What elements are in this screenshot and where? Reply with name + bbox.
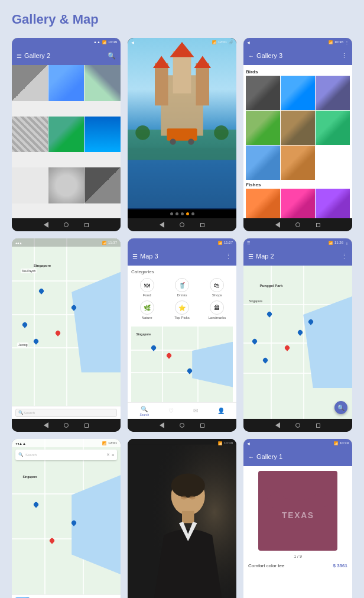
castle-image bbox=[128, 38, 236, 209]
search-fab[interactable]: 🔍 bbox=[334, 401, 347, 414]
bird-3[interactable] bbox=[316, 76, 350, 110]
phone-person: 📶 10:39 bbox=[128, 439, 236, 598]
back-button[interactable] bbox=[42, 221, 50, 229]
search-icon-map4: 🔍 bbox=[18, 452, 24, 457]
page-title: Gallery & Map bbox=[12, 12, 352, 27]
map1-search-bar[interactable]: 🔍 Search bbox=[12, 406, 121, 419]
nav-heart[interactable]: ♡ bbox=[168, 408, 174, 414]
cat-drinks[interactable]: 🥤 Drinks bbox=[166, 278, 197, 297]
home-button[interactable] bbox=[62, 221, 70, 229]
recents-button-2[interactable] bbox=[198, 221, 206, 229]
fish-1[interactable] bbox=[246, 189, 280, 218]
list-icon-map4[interactable]: ≡ bbox=[112, 453, 114, 457]
screen-person: 📶 10:39 bbox=[128, 439, 236, 598]
recents-button-4[interactable] bbox=[82, 421, 90, 429]
back-button-3[interactable] bbox=[274, 221, 282, 229]
page-container: Gallery & Map ▲▲ 📶 10:39 ☰ Gallery 2 🔍 bbox=[12, 12, 352, 598]
phone-gallery1: ◀ 📶 10:39 ← Gallery 1 TEXAS bbox=[243, 439, 352, 598]
pin-2 bbox=[54, 329, 61, 336]
thumb-7[interactable] bbox=[12, 167, 48, 203]
recents-button-5[interactable] bbox=[198, 421, 206, 429]
menu-icon[interactable]: ☰ bbox=[17, 53, 22, 59]
back-button-6[interactable] bbox=[274, 421, 282, 429]
thumb-6[interactable] bbox=[84, 117, 121, 153]
back-button-4[interactable] bbox=[42, 421, 50, 429]
nav-search-icon: 🔍 bbox=[141, 406, 148, 412]
fish-2[interactable] bbox=[281, 189, 315, 218]
shirt-image: TEXAS bbox=[258, 471, 337, 550]
castle-svg bbox=[128, 38, 236, 209]
phone-map4: ◂◂▲▲ 📶 12:01 🔍 Search ✕ ≡ bbox=[12, 439, 121, 598]
cat-shops[interactable]: 🛍 Shops bbox=[202, 278, 233, 297]
bird-7[interactable] bbox=[246, 146, 280, 180]
recents-button-3[interactable] bbox=[314, 221, 322, 229]
menu-icon-3[interactable]: ☰ bbox=[132, 253, 138, 260]
thumb-4[interactable] bbox=[12, 117, 48, 153]
bird-6[interactable] bbox=[316, 111, 350, 145]
bird-4[interactable] bbox=[246, 111, 280, 145]
recents-button[interactable] bbox=[82, 221, 90, 229]
back-icon-g1[interactable]: ← bbox=[248, 454, 254, 460]
status-bar-2: ◀ 📶 12:01 🔗 bbox=[128, 38, 236, 46]
dot-5 bbox=[191, 212, 194, 215]
nav-mail-icon: ✉ bbox=[193, 408, 198, 414]
screen-image-full: ◀ 📶 12:01 🔗 bbox=[128, 38, 236, 218]
cat-top-picks[interactable]: ⭐ Top Picks bbox=[166, 300, 197, 319]
bird-1[interactable] bbox=[246, 76, 280, 110]
cat-landmarks[interactable]: 🏛 Landmarks bbox=[202, 300, 233, 319]
nav-profile[interactable]: 👤 bbox=[217, 408, 225, 414]
nav-bar bbox=[12, 218, 121, 231]
phone-gallery3: ◀ 📶 10:36 ⋮ ← Gallery 3 ⋮ Birds bbox=[243, 38, 352, 231]
svg-point-10 bbox=[170, 139, 176, 145]
home-button-2[interactable] bbox=[178, 221, 186, 229]
thumb-1[interactable] bbox=[12, 65, 48, 101]
bird-5[interactable] bbox=[281, 111, 315, 145]
home-button-6[interactable] bbox=[294, 421, 302, 429]
thumb-3[interactable] bbox=[84, 65, 121, 101]
dot-4 bbox=[186, 212, 189, 215]
thumb-9[interactable] bbox=[84, 167, 121, 203]
home-button-4[interactable] bbox=[62, 421, 70, 429]
close-icon-map4[interactable]: ✕ bbox=[106, 452, 110, 457]
status-bar: ▲▲ 📶 10:39 bbox=[12, 38, 121, 46]
nav-mail[interactable]: ✉ bbox=[193, 408, 198, 414]
recents-button-6[interactable] bbox=[314, 421, 322, 429]
nav-bar-3 bbox=[243, 218, 352, 231]
product-price[interactable]: $ 3561 bbox=[333, 563, 347, 568]
back-arrow-icon[interactable]: ← bbox=[248, 53, 254, 59]
screen-map4: ◂◂▲▲ 📶 12:01 🔍 Search ✕ ≡ bbox=[12, 439, 121, 598]
home-button-3[interactable] bbox=[294, 221, 302, 229]
more-icon-2[interactable]: ⋮ bbox=[341, 253, 347, 260]
more-icon-3[interactable]: ⋮ bbox=[225, 253, 232, 260]
thumb-5[interactable] bbox=[48, 117, 84, 153]
back-button-5[interactable] bbox=[158, 421, 166, 429]
dot-1 bbox=[170, 212, 173, 215]
search-icon[interactable]: 🔍 bbox=[108, 52, 116, 60]
map3-mini-map: Singapore bbox=[131, 327, 233, 402]
bird-2[interactable] bbox=[281, 76, 315, 110]
screen-map2: ☰ 📶 11:26 ⋮ ☰ Map 2 ⋮ bbox=[243, 238, 352, 419]
more-icon[interactable]: ⋮ bbox=[341, 52, 347, 60]
search-icon-small: 🔍 bbox=[18, 410, 24, 415]
punggol-label: Punggol Park bbox=[260, 284, 283, 287]
status-bar-8: 📶 10:39 bbox=[128, 439, 236, 447]
phone-image-full: ◀ 📶 12:01 🔗 bbox=[128, 38, 236, 231]
pin-1 bbox=[38, 287, 44, 294]
home-button-5[interactable] bbox=[178, 421, 186, 429]
menu-icon-2[interactable]: ☰ bbox=[248, 253, 254, 260]
cat-nature[interactable]: 🌿 Nature bbox=[131, 300, 162, 319]
thumb-8[interactable] bbox=[48, 167, 84, 203]
svg-point-18 bbox=[171, 474, 205, 498]
svg-marker-6 bbox=[153, 56, 170, 68]
dot-3 bbox=[181, 212, 184, 215]
nav-search[interactable]: 🔍 Search bbox=[139, 406, 149, 416]
fish-3[interactable] bbox=[316, 189, 350, 218]
nav-bar-6 bbox=[243, 419, 352, 432]
map4-search-overlay[interactable]: 🔍 Search ✕ ≡ bbox=[15, 450, 117, 460]
cat-food[interactable]: 🍽 Food bbox=[131, 278, 162, 297]
search-input[interactable]: 🔍 Search bbox=[15, 409, 117, 417]
thumb-2[interactable] bbox=[48, 65, 84, 101]
back-button-2[interactable] bbox=[158, 221, 166, 229]
drinks-icon: 🥤 bbox=[175, 278, 189, 292]
bird-8[interactable] bbox=[281, 146, 315, 180]
